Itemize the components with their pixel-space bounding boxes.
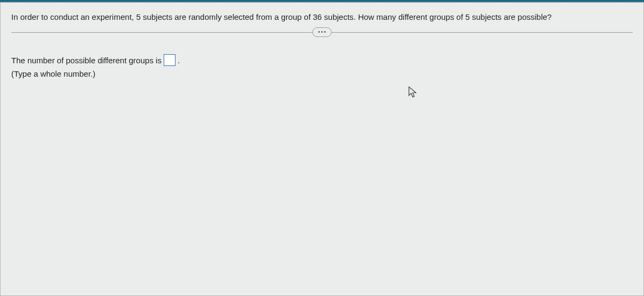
section-divider: •••: [11, 32, 633, 33]
answer-section: The number of possible different groups …: [1, 33, 643, 89]
answer-input[interactable]: [164, 54, 175, 66]
answer-suffix-text: .: [178, 56, 180, 65]
question-panel: In order to conduct an experiment, 5 sub…: [0, 2, 644, 296]
answer-prefix-text: The number of possible different groups …: [11, 56, 162, 65]
expand-ellipsis-button[interactable]: •••: [312, 27, 332, 37]
answer-sentence: The number of possible different groups …: [11, 54, 633, 66]
answer-hint: (Type a whole number.): [11, 69, 633, 78]
